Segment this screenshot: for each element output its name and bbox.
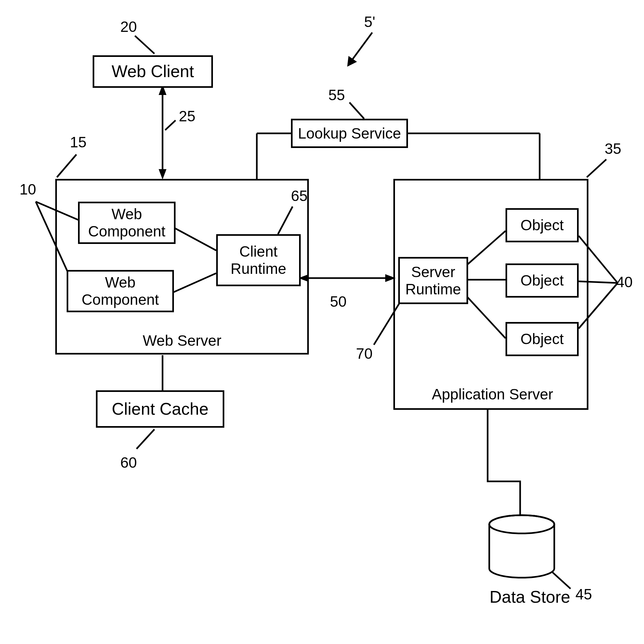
data-store-label: Data Store	[478, 587, 582, 607]
client-cache-box: Client Cache	[96, 390, 224, 428]
ref-5p: 5'	[364, 13, 375, 31]
web-component-1-box: Web Component	[78, 202, 176, 244]
ref-65: 65	[291, 187, 308, 204]
svg-marker-22	[347, 56, 357, 67]
ref-50: 50	[330, 293, 347, 310]
app-server-label: Application Server	[423, 386, 562, 403]
ref-25: 25	[179, 107, 195, 125]
ref-15: 15	[70, 133, 86, 151]
lookup-service-box: Lookup Service	[291, 119, 408, 148]
object-1-box: Object	[506, 208, 579, 242]
svg-marker-2	[159, 169, 166, 179]
svg-line-21	[349, 33, 372, 63]
web-component-2-box: Web Component	[67, 270, 174, 312]
diagram-stage: Web Server Application Server Web Client…	[0, 0, 644, 644]
ref-55: 55	[328, 86, 345, 104]
object-3-box: Object	[506, 322, 579, 356]
ref-35: 35	[605, 140, 621, 157]
svg-line-24	[135, 36, 154, 54]
web-server-label: Web Server	[130, 332, 234, 349]
ref-20: 20	[120, 18, 137, 35]
svg-line-23	[57, 154, 76, 177]
svg-line-29	[137, 429, 154, 449]
ref-70: 70	[356, 345, 373, 362]
ref-10: 10	[20, 180, 36, 198]
ref-60: 60	[120, 454, 137, 471]
web-client-box: Web Client	[93, 55, 213, 88]
svg-line-28	[349, 102, 364, 119]
ref-40: 40	[616, 273, 633, 291]
data-store-cylinder	[488, 514, 556, 579]
svg-line-25	[165, 120, 176, 130]
server-runtime-box: Server Runtime	[398, 257, 468, 304]
object-2-box: Object	[506, 263, 579, 297]
client-runtime-box: Client Runtime	[216, 234, 301, 286]
ref-45: 45	[575, 585, 592, 603]
svg-line-26	[587, 159, 606, 177]
